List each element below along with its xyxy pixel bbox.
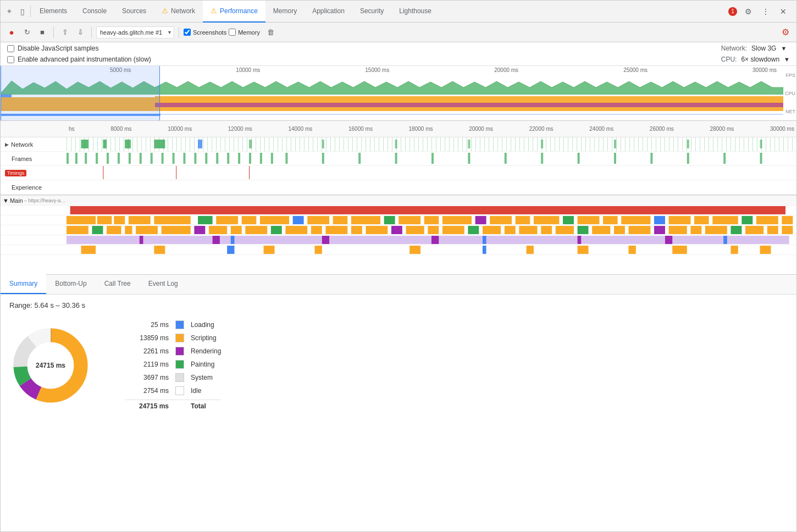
svg-rect-49: [650, 153, 652, 164]
tab-elements[interactable]: Elements: [32, 1, 75, 23]
flame-row-4-content: [67, 235, 796, 245]
session-select[interactable]: heavy-ads.glitch.me #1: [96, 26, 174, 38]
svg-rect-88: [782, 216, 793, 224]
svg-rect-90: [92, 226, 103, 234]
svg-rect-74: [475, 216, 486, 224]
svg-rect-22: [96, 153, 98, 164]
close-icon[interactable]: ✕: [777, 5, 790, 18]
svg-rect-68: [333, 216, 348, 224]
svg-rect-14: [468, 140, 470, 148]
svg-rect-57: [67, 216, 96, 224]
svg-rect-52: [760, 153, 762, 164]
tab-console[interactable]: Console: [75, 1, 114, 23]
svg-rect-129: [213, 236, 220, 244]
tab-security[interactable]: Security: [352, 1, 391, 23]
svg-rect-119: [654, 226, 665, 234]
reload-record-button[interactable]: ↻: [20, 26, 34, 39]
main-label[interactable]: ▼ Main – https://heavy-ads.glitch.me/?ad…: [1, 197, 67, 204]
rendering-color: [175, 347, 184, 356]
tab-lighthouse[interactable]: Lighthouse: [391, 1, 439, 23]
svg-rect-16: [614, 140, 616, 148]
tab-call-tree[interactable]: Call Tree: [96, 274, 140, 294]
svg-rect-103: [351, 226, 362, 234]
svg-rect-140: [264, 246, 275, 254]
download-button[interactable]: ⇩: [74, 26, 87, 39]
rendering-ms: 2261 ms: [125, 347, 169, 355]
tab-memory[interactable]: Memory: [265, 1, 305, 23]
svg-rect-123: [730, 226, 741, 234]
svg-rect-127: [67, 236, 789, 244]
toolbar-divider-1: [53, 27, 54, 38]
tab-summary[interactable]: Summary: [1, 274, 46, 294]
timeline-rows[interactable]: ▶ Network: [1, 137, 796, 274]
svg-rect-139: [227, 246, 234, 254]
memory-checkbox-label[interactable]: Memory: [229, 29, 260, 36]
cpu-label-side: CPU: [783, 91, 796, 96]
svg-rect-143: [483, 246, 486, 254]
more-icon[interactable]: ⋮: [759, 5, 772, 18]
net-chart: [1, 113, 783, 117]
svg-rect-9: [154, 140, 165, 148]
screenshots-checkbox[interactable]: [184, 29, 191, 36]
error-badge[interactable]: 1: [728, 7, 737, 16]
svg-rect-132: [431, 236, 439, 244]
tab-application[interactable]: Application: [305, 1, 352, 23]
flame-row-5: [1, 245, 796, 255]
svg-rect-94: [162, 226, 191, 234]
legend-total: 24715 ms Total: [125, 400, 221, 410]
tab-bottom-up[interactable]: Bottom-Up: [46, 274, 95, 294]
svg-rect-137: [81, 246, 96, 254]
inspect-icon[interactable]: ⌖: [3, 5, 16, 18]
loading-label: Loading: [191, 321, 214, 329]
legend-system: 3697 ms System: [125, 373, 221, 382]
svg-rect-7: [103, 140, 107, 148]
bottom-content: Range: 5.64 s – 30.36 s: [1, 295, 796, 531]
flame-row-2-content: [67, 215, 796, 225]
overview-area[interactable]: 5000 ms 10000 ms 15000 ms 20000 ms 25000…: [1, 66, 796, 121]
svg-rect-98: [245, 226, 267, 234]
network-value: Slow 3G: [751, 45, 776, 52]
svg-rect-10: [198, 140, 202, 148]
system-ms: 3697 ms: [125, 374, 169, 381]
svg-rect-147: [672, 246, 687, 254]
disable-js-samples-label: Disable JavaScript samples: [18, 45, 98, 52]
svg-rect-73: [442, 216, 472, 224]
scripting-color: [175, 334, 184, 342]
svg-rect-71: [398, 216, 420, 224]
settings-icon[interactable]: ⚙: [741, 5, 755, 18]
svg-rect-47: [578, 153, 580, 164]
enable-paint-checkbox[interactable]: [7, 56, 14, 63]
svg-rect-11: [249, 140, 252, 148]
memory-checkbox[interactable]: [229, 29, 236, 36]
flame-svg-4: [67, 235, 796, 245]
frames-row-label: Frames: [1, 156, 67, 162]
upload-button[interactable]: ⇧: [58, 26, 71, 39]
svg-rect-95: [194, 226, 205, 234]
timings-row-label: Timings: [1, 170, 67, 176]
record-button[interactable]: ●: [5, 26, 18, 39]
painting-ms: 2119 ms: [125, 361, 169, 368]
screenshots-checkbox-label[interactable]: Screenshots: [184, 29, 226, 36]
stop-button[interactable]: ■: [36, 26, 49, 39]
device-icon[interactable]: ▯: [16, 5, 29, 18]
cpu-dropdown[interactable]: ▼: [784, 56, 790, 63]
settings-gear-icon[interactable]: ⚙: [779, 26, 792, 39]
loading-color: [175, 320, 184, 329]
disable-js-samples-checkbox[interactable]: [7, 45, 14, 52]
network-dropdown[interactable]: ▼: [781, 45, 787, 52]
svg-rect-78: [563, 216, 574, 224]
tab-performance[interactable]: ⚠ Performance: [203, 1, 265, 23]
clear-button[interactable]: 🗑: [264, 26, 278, 39]
flame-row-4: [1, 235, 796, 245]
loading-ms: 25 ms: [125, 321, 169, 329]
toolbar-divider-3: [179, 27, 179, 38]
total-ms: 24715 ms: [125, 402, 169, 410]
tab-network[interactable]: ⚠ Network: [154, 1, 203, 23]
flame-svg-1: [67, 206, 796, 215]
svg-rect-149: [760, 246, 771, 254]
tab-sources[interactable]: Sources: [114, 1, 154, 23]
svg-rect-138: [154, 246, 165, 254]
tab-event-log[interactable]: Event Log: [140, 274, 187, 294]
svg-rect-59: [114, 216, 125, 224]
network-row-label[interactable]: ▶ Network: [1, 141, 67, 148]
